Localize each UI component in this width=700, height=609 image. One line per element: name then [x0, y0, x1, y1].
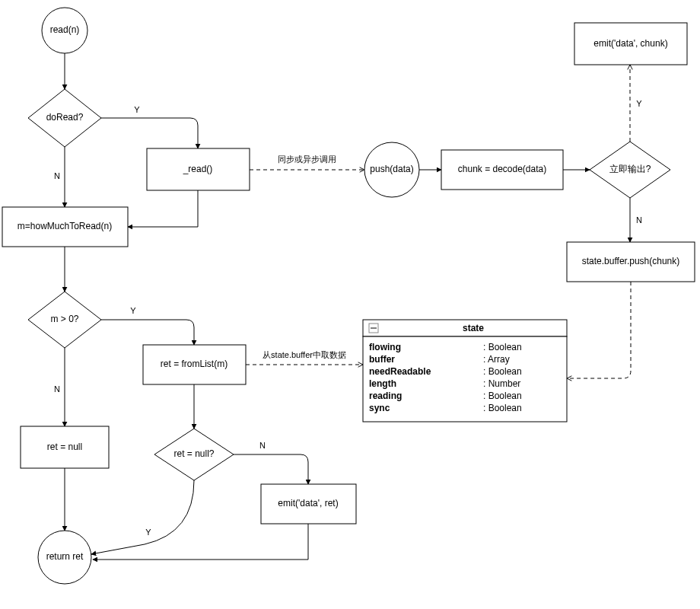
edge-retNullQ-y: [91, 480, 194, 554]
edge-doRead-y: [101, 118, 198, 148]
state-field-3-name: length: [369, 378, 396, 389]
edge-mgt0-y: [101, 320, 194, 345]
state-field-5-type: : Boolean: [483, 403, 522, 413]
node-emitRet-label: emit('data', ret): [278, 498, 338, 509]
node-fromList-label: ret = fromList(m): [161, 359, 228, 369]
node-decode-label: chunk = decode(data): [458, 164, 546, 174]
edge-retNullQ-n: [234, 454, 308, 484]
edge-emitNow-y-label: Y: [636, 99, 642, 108]
node-readn-label: read(n): [50, 24, 80, 35]
edge-readImpl-howMuch: [128, 190, 198, 227]
edge-fromList-state-label: 从state.buffer中取数据: [262, 350, 346, 359]
state-field-0-name: flowing: [369, 342, 401, 352]
node-state-title: state: [463, 323, 484, 333]
state-field-0-type: : Boolean: [483, 342, 522, 352]
edge-doRead-n-label: N: [54, 171, 60, 180]
edge-bufferPush-state: [567, 282, 631, 378]
node-returnRet-label: return ret: [46, 551, 84, 562]
node-mgt0-label: m > 0?: [50, 314, 78, 324]
edge-emitRet-return: [93, 524, 308, 560]
node-pushData-label: push(data): [370, 164, 413, 174]
node-emitChunk-label: emit('data', chunk): [593, 38, 667, 49]
state-field-2-type: : Boolean: [483, 366, 522, 377]
node-bufferPush-label: state.buffer.push(chunk): [582, 256, 680, 266]
edge-emitNow-n-label: N: [636, 215, 642, 225]
node-retNullQ-label: ret = null?: [173, 448, 214, 459]
edge-mgt0-n-label: N: [54, 384, 60, 394]
edge-retNullQ-y-label: Y: [145, 528, 151, 537]
node-state: state flowing : Boolean buffer : Array n…: [363, 320, 567, 422]
state-field-2-name: needReadable: [369, 366, 431, 377]
state-field-4-name: reading: [369, 391, 402, 401]
edge-retNullQ-n-label: N: [259, 441, 266, 450]
edge-doRead-y-label: Y: [134, 105, 140, 114]
node-retNull-label: ret = null: [47, 442, 82, 452]
state-field-1-name: buffer: [369, 354, 395, 365]
node-howMuch-label: m=howMuchToRead(n): [18, 221, 112, 231]
node-readImpl-label: _read(): [183, 164, 213, 174]
node-emitNow-label: 立即输出?: [609, 164, 651, 174]
edge-mgt0-y-label: Y: [130, 306, 136, 315]
node-doRead-label: doRead?: [46, 112, 84, 123]
state-field-4-type: : Boolean: [483, 391, 522, 401]
state-field-1-type: : Array: [483, 354, 510, 365]
state-field-5-name: sync: [369, 403, 390, 413]
flowchart: read(n) doRead? Y _read() N 同步或异步调用 m=ho…: [0, 0, 700, 609]
edge-readImpl-push-label: 同步或异步调用: [278, 155, 336, 164]
state-field-3-type: : Number: [483, 378, 520, 389]
